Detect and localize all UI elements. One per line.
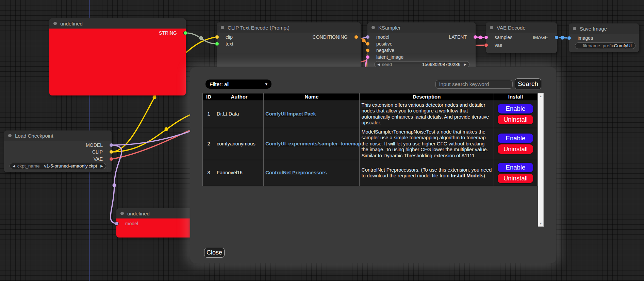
input-label: samples [495, 35, 512, 40]
node-save-image[interactable]: Save Image images filename_prefix ComfyU… [569, 23, 639, 52]
filter-select[interactable]: Filter: all ▾ [205, 80, 271, 89]
scroll-down-icon[interactable]: ▼ [538, 221, 543, 226]
input-port-clip[interactable] [215, 35, 219, 39]
node-undefined-bottom[interactable]: undefined model [116, 208, 193, 238]
input-label: model [376, 34, 389, 40]
cell-description: This extension offers various detector n… [360, 100, 494, 128]
col-header-author: Author [215, 93, 264, 100]
input-port-images[interactable] [567, 36, 571, 40]
extension-table: ID Author Name Description Install 1 Dr.… [202, 93, 538, 186]
col-header-name: Name [264, 93, 360, 100]
node-title-bar[interactable]: undefined [116, 208, 193, 218]
node-status-icon [490, 26, 493, 29]
input-label: model [125, 221, 138, 226]
cell-id: 3 [203, 160, 215, 186]
widget-value: ComfyUI [614, 43, 632, 48]
node-title-bar[interactable]: CLIP Text Encode (Prompt) [217, 22, 361, 33]
output-port-vae[interactable] [109, 157, 113, 161]
widget-label: ckpt_name [17, 163, 40, 169]
input-label: images [578, 35, 593, 41]
input-port-negative[interactable] [366, 48, 370, 52]
cell-author: Dr.Lt.Data [215, 100, 264, 128]
output-label: IMAGE [533, 35, 548, 40]
node-body-error: STRING [49, 29, 186, 95]
comfyui-manager-dialog: Filter: all ▾ Search ID Author Name Desc… [190, 67, 556, 263]
widget-value: v1-5-pruned-emaonly.ckpt [44, 163, 97, 169]
chevron-down-icon: ▾ [265, 82, 267, 87]
widget-value: 156680208700286 [422, 62, 461, 67]
cell-id: 2 [203, 128, 215, 160]
node-status-icon [120, 212, 124, 215]
input-port-latent-image[interactable] [366, 55, 370, 59]
node-vae-decode[interactable]: VAE Decode samples vae IMAGE [486, 22, 557, 53]
extension-link[interactable]: ComfyUI Impact Pack [265, 111, 316, 117]
table-row: 3 Fannovel16 ControlNet Preprocessors Co… [203, 160, 538, 186]
input-label: latent_image [376, 54, 403, 60]
output-label: MODEL [86, 142, 103, 148]
node-title-bar[interactable]: VAE Decode [486, 22, 557, 33]
output-port-latent[interactable] [473, 35, 477, 39]
ckpt-name-widget[interactable]: ◀ ckpt_name v1-5-pruned-emaonly.ckpt ▶ [10, 163, 106, 169]
extension-link[interactable]: ComfyUI_experiments/sampler_tonemap [265, 141, 361, 146]
node-title: VAE Decode [497, 25, 526, 31]
node-title: undefined [60, 21, 83, 27]
uninstall-button[interactable]: Uninstall [498, 144, 533, 154]
input-label: positive [376, 41, 392, 47]
search-button[interactable]: Search [515, 78, 541, 89]
table-scrollbar[interactable]: ▲ ▼ [538, 93, 544, 227]
close-button[interactable]: Close [204, 248, 225, 258]
node-title: KSampler [378, 25, 401, 31]
enable-button[interactable]: Enable [498, 104, 533, 113]
output-port-conditioning[interactable] [354, 35, 358, 39]
output-label: LATENT [449, 34, 467, 40]
node-title-bar[interactable]: undefined [49, 18, 186, 29]
output-port-clip[interactable] [109, 150, 113, 154]
node-title: undefined [127, 211, 150, 216]
node-title: Save Image [580, 26, 607, 32]
node-status-icon [573, 27, 576, 30]
cell-description: ModelSamplerTonemapNoiseTest a node that… [360, 128, 494, 160]
input-label: clip [226, 34, 233, 40]
output-port-model[interactable] [109, 143, 113, 147]
node-title-bar[interactable]: Load Checkpoint [4, 130, 112, 141]
scroll-up-icon[interactable]: ▲ [538, 94, 543, 99]
input-port-model[interactable] [115, 222, 119, 226]
table-header-row: ID Author Name Description Install [203, 93, 538, 100]
output-port-string[interactable] [183, 31, 187, 35]
filter-selected-value: Filter: all [210, 81, 230, 87]
input-label: text [226, 41, 233, 47]
input-port-model[interactable] [366, 35, 370, 39]
uninstall-button[interactable]: Uninstall [498, 115, 533, 124]
stepper-left-icon[interactable]: ◀ [377, 63, 380, 66]
search-input[interactable] [435, 80, 513, 89]
filename-prefix-widget[interactable]: filename_prefix ComfyUI [575, 42, 635, 49]
input-port-samples[interactable] [484, 35, 488, 39]
widget-label: seed [382, 62, 392, 67]
input-port-positive[interactable] [366, 42, 370, 46]
node-title: CLIP Text Encode (Prompt) [228, 25, 290, 31]
node-status-icon [371, 26, 375, 29]
node-undefined-top[interactable]: undefined STRING [49, 18, 186, 95]
enable-button[interactable]: Enable [498, 134, 533, 143]
stepper-left-icon[interactable]: ◀ [13, 164, 15, 168]
input-port-vae[interactable] [484, 43, 488, 47]
node-title: Load Checkpoint [15, 133, 53, 139]
node-title-bar[interactable]: Save Image [569, 23, 639, 34]
enable-button[interactable]: Enable [498, 163, 533, 172]
table-row: 1 Dr.Lt.Data ComfyUI Impact Pack This ex… [203, 100, 538, 128]
stepper-right-icon[interactable]: ▶ [100, 164, 103, 168]
node-load-checkpoint[interactable]: Load Checkpoint MODEL CLIP VAE ◀ ckpt_na… [4, 130, 112, 172]
node-status-icon [53, 22, 57, 25]
seed-widget[interactable]: ◀ seed 156680208700286 ▶ [374, 61, 469, 68]
extension-link[interactable]: ControlNet Preprocessors [265, 170, 327, 175]
col-header-install: Install [494, 93, 537, 100]
col-header-id: ID [203, 93, 215, 100]
extension-table-container: ID Author Name Description Install 1 Dr.… [202, 93, 544, 227]
input-label: negative [376, 48, 394, 53]
output-port-image[interactable] [555, 35, 559, 39]
input-port-text[interactable] [215, 42, 219, 46]
stepper-right-icon[interactable]: ▶ [464, 63, 466, 66]
cell-author: Fannovel16 [215, 160, 264, 186]
node-title-bar[interactable]: KSampler [367, 22, 476, 33]
uninstall-button[interactable]: Uninstall [498, 174, 533, 183]
